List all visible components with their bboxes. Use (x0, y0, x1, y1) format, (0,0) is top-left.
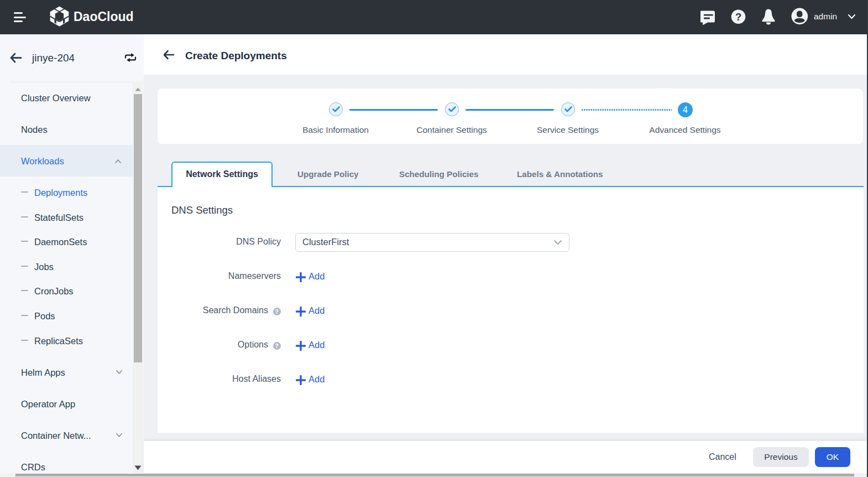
svg-text:?: ? (735, 11, 741, 23)
